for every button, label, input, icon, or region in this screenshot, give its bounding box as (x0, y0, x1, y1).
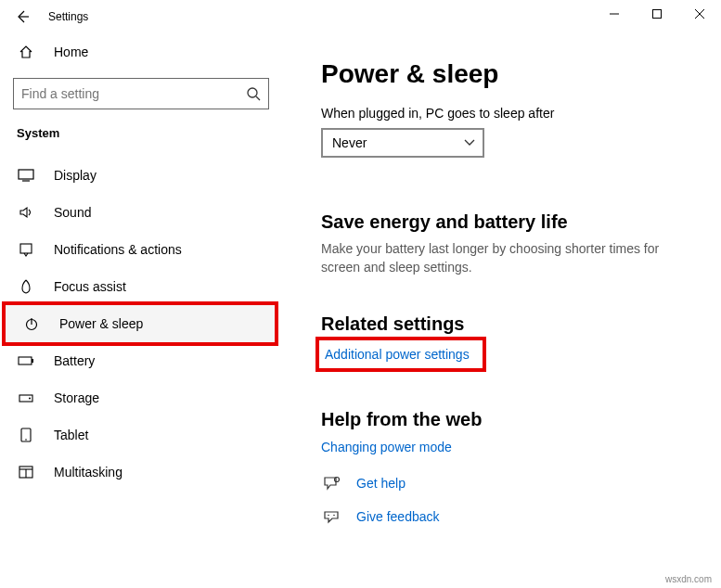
chevron-down-icon (464, 139, 475, 147)
window-controls (593, 0, 721, 28)
sleep-dropdown[interactable]: Never (321, 128, 484, 158)
plugged-label: When plugged in, PC goes to sleep after (321, 106, 702, 121)
sidebar-item-storage[interactable]: Storage (0, 379, 282, 416)
back-button[interactable] (9, 4, 35, 30)
svg-rect-1 (653, 10, 662, 19)
get-help-link[interactable]: Get help (356, 476, 406, 491)
sidebar-item-battery[interactable]: Battery (0, 342, 282, 379)
battery-icon (17, 355, 35, 366)
sidebar-item-notifications[interactable]: Notifications & actions (0, 231, 282, 268)
changing-power-link[interactable]: Changing power mode (321, 434, 452, 460)
sound-icon (17, 205, 35, 220)
window-title: Settings (48, 10, 88, 23)
sidebar-item-label: Sound (54, 205, 91, 220)
svg-point-22 (333, 515, 335, 517)
svg-point-20 (335, 478, 340, 482)
sidebar-item-label: Focus assist (54, 279, 126, 294)
svg-line-5 (256, 96, 260, 100)
svg-point-4 (248, 88, 257, 97)
sidebar-section-label: System (0, 119, 282, 157)
power-icon (22, 316, 41, 331)
sidebar-item-focus[interactable]: Focus assist (0, 268, 282, 305)
sidebar: Home System Display Sound Notifications … (0, 33, 288, 588)
titlebar: Settings (0, 0, 721, 33)
energy-body: Make your battery last longer by choosin… (321, 240, 674, 276)
page-title: Power & sleep (321, 59, 702, 89)
help-heading: Help from the web (321, 409, 702, 430)
sidebar-item-label: Notifications & actions (54, 242, 182, 257)
svg-rect-8 (20, 244, 32, 253)
search-input-wrap[interactable] (13, 78, 269, 109)
give-feedback-link[interactable]: Give feedback (356, 509, 440, 524)
additional-power-link[interactable]: Additional power settings (325, 347, 470, 362)
dropdown-value: Never (332, 135, 367, 150)
sidebar-item-label: Storage (54, 390, 99, 405)
related-heading: Related settings (321, 313, 702, 335)
tablet-icon (17, 428, 35, 442)
svg-rect-6 (19, 170, 33, 179)
sidebar-item-display[interactable]: Display (0, 157, 282, 194)
sidebar-home[interactable]: Home (0, 33, 282, 70)
home-icon (17, 45, 35, 59)
watermark: wsxdn.com (665, 574, 712, 584)
svg-rect-11 (19, 357, 32, 364)
search-icon (246, 86, 261, 101)
sidebar-item-label: Battery (54, 353, 95, 368)
svg-point-16 (25, 439, 27, 441)
sidebar-item-sound[interactable]: Sound (0, 194, 282, 231)
sidebar-item-label: Display (54, 168, 97, 183)
close-button[interactable] (678, 0, 721, 28)
sidebar-item-power[interactable]: Power & sleep (6, 305, 275, 342)
svg-rect-12 (32, 359, 33, 363)
notifications-icon (17, 242, 35, 257)
search-input[interactable] (21, 86, 246, 101)
sidebar-item-label: Multitasking (54, 465, 122, 479)
feedback-icon (321, 506, 341, 527)
minimize-button[interactable] (593, 0, 636, 28)
maximize-button[interactable] (636, 0, 678, 28)
storage-icon (17, 392, 35, 403)
display-icon (17, 169, 35, 182)
energy-heading: Save energy and battery life (321, 211, 702, 233)
svg-point-14 (29, 398, 31, 400)
sidebar-item-tablet[interactable]: Tablet (0, 416, 282, 454)
chat-icon (321, 473, 341, 493)
sidebar-item-label: Tablet (54, 428, 88, 442)
svg-point-21 (328, 515, 329, 517)
multitasking-icon (17, 466, 35, 479)
sidebar-home-label: Home (54, 45, 88, 59)
content: Power & sleep When plugged in, PC goes t… (288, 33, 721, 588)
sidebar-item-label: Power & sleep (59, 316, 143, 331)
focus-icon (17, 279, 35, 294)
sidebar-item-multitasking[interactable]: Multitasking (0, 454, 282, 491)
